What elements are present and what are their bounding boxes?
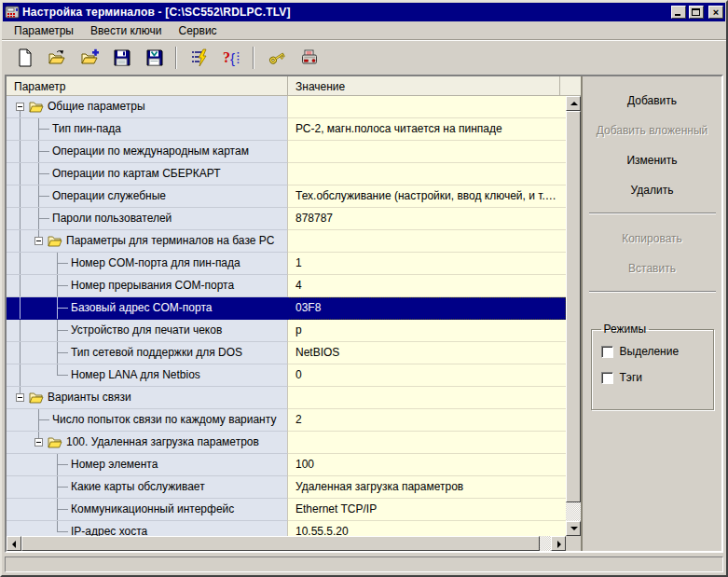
tree-line [20,320,21,342]
toolbar: ?{ [2,40,726,75]
column-header-param[interactable]: Параметр [7,76,288,95]
mode-option-1: Выделение [601,345,713,358]
save-keys-icon [145,48,164,67]
svg-text:{: { [230,50,235,66]
table-row[interactable]: Операции служебныеТех.обслуживание (наст… [7,185,566,208]
tree-line [39,218,49,219]
tree-line [58,352,68,353]
action-button-1[interactable]: Добавить [587,91,718,110]
table-row[interactable]: Операции по картам СБЕРКАРТ [7,163,566,185]
table-row[interactable]: Базовый адрес COM-порта03F8 [7,297,566,320]
verify-config-button[interactable] [185,45,213,71]
save-keys-button[interactable] [140,45,169,71]
mode-checkbox-label: Выделение [620,345,680,358]
table-row[interactable]: Тип пин-падаРС-2, магн.полоса читается н… [7,118,566,141]
menu-item-1[interactable]: Параметры [6,22,82,39]
vertical-scroll-thumb[interactable] [566,111,581,502]
arrow-right-icon [557,541,561,548]
maximize-button[interactable] [689,6,704,19]
scroll-right-button[interactable] [551,536,566,551]
param-cell: Операции служебные [7,185,288,208]
horizontal-scroll-thumb[interactable] [21,536,540,551]
param-cell: Пароли пользователей [7,208,288,230]
tree-collapse-button[interactable] [34,237,43,245]
table-row[interactable]: Какие карты обслуживаетУдаленная загрузк… [7,476,566,499]
horizontal-scrollbar[interactable] [7,536,566,551]
table-row[interactable]: Тип сетевой поддержки для DOSNetBIOS [7,342,566,364]
open-file-add-icon [80,48,99,67]
new-file-button[interactable] [9,45,38,71]
mode-checkbox-label: Тэги [620,371,643,384]
tree-line [39,129,49,130]
param-cell: Номер LANA для Netbios [7,364,288,387]
parameter-tree-table: Параметр Значение Общие параметрыТип пин… [7,76,583,551]
tree-line [39,173,49,174]
action-panel: ДобавитьДобавить вложенныйИзменитьУдалит… [583,76,721,551]
tree-line [20,387,21,393]
menu-item-3[interactable]: Сервис [171,22,226,39]
table-row[interactable]: Число попыток связи по каждому варианту2 [7,409,566,432]
vertical-scrollbar[interactable] [566,96,581,536]
print-terminal-button[interactable] [295,45,323,71]
param-label: Тип сетевой поддержки для DOS [71,342,242,364]
tree-collapse-button[interactable] [16,393,24,402]
param-cell: Номер элемента [7,454,288,476]
table-row[interactable]: Общие параметры [7,96,566,118]
table-row[interactable]: Пароли пользователей878787 [7,208,566,230]
window-title: Настройка терминалов - [C:\SC552\RDLPC.T… [22,6,668,19]
table-row[interactable]: IP-адрес хоста10.55.5.20 [7,521,566,536]
scroll-left-button[interactable] [7,536,21,551]
column-header-value[interactable]: Значение [288,76,560,95]
table-row[interactable]: Номер элемента100 [7,454,566,476]
scroll-up-button[interactable] [566,96,581,111]
mode-checkbox-1[interactable] [601,346,613,358]
tree-line [38,118,39,141]
tree-collapse-button[interactable] [34,438,43,446]
vertical-scroll-track[interactable] [566,111,581,521]
table-row[interactable]: Номер прерывания COM-порта4 [7,275,566,297]
app-icon[interactable] [5,5,20,20]
help-syntax-icon: ?{ [223,48,241,67]
close-button[interactable]: × [708,6,723,19]
param-label: Число попыток связи по каждому варианту [52,409,276,431]
table-row[interactable]: Параметры для терминалов на базе РС [7,230,566,253]
table-row[interactable]: Варианты связи [7,387,566,409]
param-cell: 100. Удаленная загрузка параметров [7,432,288,454]
value-cell: p [288,320,566,342]
modes-groupbox-title: Режимы [601,323,650,336]
param-cell: IP-адрес хоста [7,521,288,536]
tree-collapse-button[interactable] [16,103,24,111]
toolbar-separator [253,47,254,69]
horizontal-scroll-track[interactable] [21,536,551,551]
action-button-4[interactable]: Удалить [587,181,718,199]
tree-line [39,151,49,152]
save-button[interactable] [107,45,136,71]
value-cell: РС-2, магн.полоса читается на пинпаде [288,118,566,141]
help-syntax-button[interactable]: ?{ [217,45,246,71]
scroll-down-button[interactable] [566,521,581,536]
open-file-button[interactable] [42,45,71,71]
open-file-add-button[interactable] [75,45,103,71]
value-cell [288,230,566,253]
value-cell: NetBIOS [288,342,566,364]
param-label: Пароли пользователей [52,208,172,229]
action-button-3[interactable]: Изменить [587,151,718,170]
table-row[interactable]: Устройство для печати чековp [7,320,566,342]
titlebar[interactable]: Настройка терминалов - [C:\SC552\RDLPC.T… [3,3,725,21]
table-row[interactable]: Номер LANA для Netbios0 [7,364,566,387]
menu-item-2[interactable]: Ввести ключи [82,22,171,39]
tree-line [20,364,21,387]
table-row[interactable]: Коммуникационный интерфейсEthernet TCP/I… [7,499,566,521]
mode-checkbox-2[interactable] [601,372,613,384]
param-label: Параметры для терминалов на базе РС [66,230,274,252]
enter-keys-button[interactable] [262,45,291,71]
tree-line [57,275,58,297]
minimize-button[interactable] [671,6,686,19]
scrollbar-corner [566,536,581,551]
table-row[interactable]: Операции по международным картам [7,141,566,163]
table-row[interactable]: Номер COM-порта для пин-пада1 [7,253,566,275]
column-header-filler [560,76,581,95]
table-row[interactable]: 100. Удаленная загрузка параметров [7,432,566,454]
param-label: 100. Удаленная загрузка параметров [66,432,259,453]
value-cell: 0 [288,364,566,387]
